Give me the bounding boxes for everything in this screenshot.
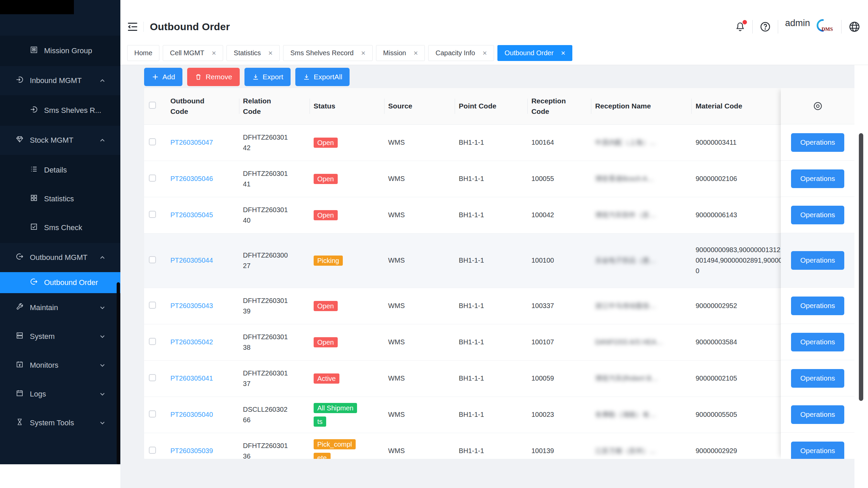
notification-bell-icon[interactable] [735,21,746,32]
sidebar-item-sms-check[interactable]: Sms Check [0,217,120,238]
sidebar-item-mission-group[interactable]: Mission Group [0,40,120,61]
row-checkbox[interactable] [149,211,156,218]
sidebar-item-outbound-mgmt[interactable]: Outbound MGMT [0,247,120,268]
sidebar-item-label: System [30,332,55,341]
operations-button[interactable]: Operations [791,369,844,388]
close-icon[interactable]: × [561,49,566,57]
tab-statistics[interactable]: Statistics × [226,45,280,61]
add-button[interactable]: Add [144,68,182,86]
sidebar-menu: Mission Group Inbound MGMT Sms Shelves R… [0,0,120,433]
table-row[interactable]: PT260305043 DFHTZ26030139 Open WMS BH1-1… [144,288,854,324]
chevron-up-icon [99,77,106,84]
operations-button[interactable]: Operations [791,442,844,459]
row-checkbox[interactable] [149,338,156,345]
sidebar-item-stock-mgmt[interactable]: Stock MGMT [0,130,120,151]
row-checkbox[interactable] [149,302,156,309]
tab-home[interactable]: Home [127,45,159,61]
sidebar-item-label: Sms Shelves R... [44,106,101,115]
download-icon [303,73,310,81]
page-scrollbar[interactable] [859,133,863,401]
sidebar-item-label: System Tools [30,419,74,427]
sidebar-item-details[interactable]: Details [0,160,120,181]
operations-button[interactable]: Operations [791,297,844,315]
point-code: BH1-1-1 [455,396,527,433]
close-icon[interactable]: × [361,49,366,57]
outbound-code-link[interactable]: PT260305046 [170,175,213,182]
material-code: 90000002929 [695,446,737,456]
globe-icon[interactable] [848,21,861,33]
reception-code: 100042 [527,197,591,233]
operations-button[interactable]: Operations [791,169,844,188]
point-code: BH1-1-1 [455,197,527,233]
reception-name: 江苏万都（苏州）… [595,447,656,454]
close-icon[interactable]: × [414,49,418,57]
row-checkbox[interactable] [149,138,156,145]
outbound-code-link[interactable]: PT260305043 [170,302,213,309]
tab-mission[interactable]: Mission × [376,45,425,61]
sidebar-item-inbound-mgmt[interactable]: Inbound MGMT [0,70,120,91]
row-checkbox[interactable] [149,374,156,381]
close-icon[interactable]: × [482,49,487,57]
table-card: Outbound Code Relation Code Status Sourc… [144,88,854,459]
operations-button[interactable]: Operations [791,133,844,152]
sidebar-item-outbound-order[interactable]: Outbound Order [0,272,120,293]
reception-code: 100023 [527,396,591,433]
tab-sms-shelves-record[interactable]: Sms Shelves Record × [283,45,373,61]
row-checkbox[interactable] [149,256,156,263]
outbound-code-link[interactable]: PT260305039 [170,447,213,454]
tab-bar: Home Cell MGMT × Statistics × Sms Shelve… [120,44,868,65]
table-row[interactable]: PT260305046 DFHTZ26030141 Open WMS BH1-1… [144,161,854,197]
outbound-code-link[interactable]: PT260305041 [170,374,213,382]
sidebar-item-label: Sms Check [44,223,82,232]
col-outbound-code: Outbound Code [166,88,239,124]
source: WMS [384,288,455,324]
sidebar-item-system-tools[interactable]: System Tools [0,412,120,433]
table-row[interactable]: PT260305041 DFHTZ26030137 Active WMS BH1… [144,360,854,396]
outbound-code-link[interactable]: PT260305047 [170,139,213,146]
sidebar-scrollbar[interactable] [117,282,120,464]
operations-button[interactable]: Operations [791,333,844,351]
remove-button[interactable]: Remove [187,68,239,86]
row-checkbox[interactable] [149,410,156,418]
export-button[interactable]: Export [244,68,291,86]
sidebar-item-sms-shelves[interactable]: Sms Shelves R... [0,100,120,121]
table-row[interactable]: PT260305045 DFHTZ26030140 Open WMS BH1-1… [144,197,854,233]
outbound-code-link[interactable]: PT260305044 [170,257,213,264]
row-checkbox[interactable] [149,447,156,454]
reception-code: 100100 [527,233,591,288]
wrench-icon [16,303,24,313]
table-scroll-area: Outbound Code Relation Code Status Sourc… [144,88,854,459]
user-menu[interactable]: admin DMS [785,18,834,36]
help-icon[interactable] [760,21,771,33]
select-all-checkbox[interactable] [149,102,156,109]
outbound-icon [16,252,24,263]
sidebar-item-monitors[interactable]: Monitors [0,355,120,376]
tab-outbound-order[interactable]: Outbound Order × [497,45,572,61]
outbound-code-link[interactable]: PT260305040 [170,411,213,418]
exportall-button[interactable]: ExportAll [295,68,350,86]
table-row[interactable]: PT260305047 DFHTZ26030142 Open WMS BH1-1… [144,124,854,161]
reception-code: 100337 [527,288,591,324]
close-icon[interactable]: × [212,49,216,57]
tab-capacity-info[interactable]: Capacity Info × [428,45,494,61]
operations-button[interactable]: Operations [791,405,844,424]
close-icon[interactable]: × [268,49,273,57]
sidebar-item-logs[interactable]: Logs [0,384,120,405]
tab-cell-mgmt[interactable]: Cell MGMT × [163,45,223,61]
sidebar-item-statistics[interactable]: Statistics [0,188,120,209]
monitor-calendar-icon [16,360,24,370]
row-checkbox[interactable] [149,175,156,182]
operations-button[interactable]: Operations [791,251,844,270]
table-row[interactable]: PT260305044 DFHTZ26030027 Picking WMS BH… [144,233,854,288]
sidebar-item-system[interactable]: System [0,326,120,347]
table-row[interactable]: PT260305042 DFHTZ26030138 Open WMS BH1-1… [144,324,854,360]
table-row[interactable]: PT260305040 DSCLL26030266 All Shipments … [144,396,854,433]
menu-fold-icon[interactable] [126,21,139,33]
column-settings-eye-icon[interactable] [781,88,854,124]
status-badge: Open [314,210,338,220]
table-row[interactable]: PT260305039 DFHTZ26030136 Pick_complete … [144,433,854,459]
sidebar-item-maintain[interactable]: Maintain [0,297,120,318]
outbound-code-link[interactable]: PT260305042 [170,338,213,346]
outbound-code-link[interactable]: PT260305045 [170,211,213,219]
operations-button[interactable]: Operations [791,206,844,224]
